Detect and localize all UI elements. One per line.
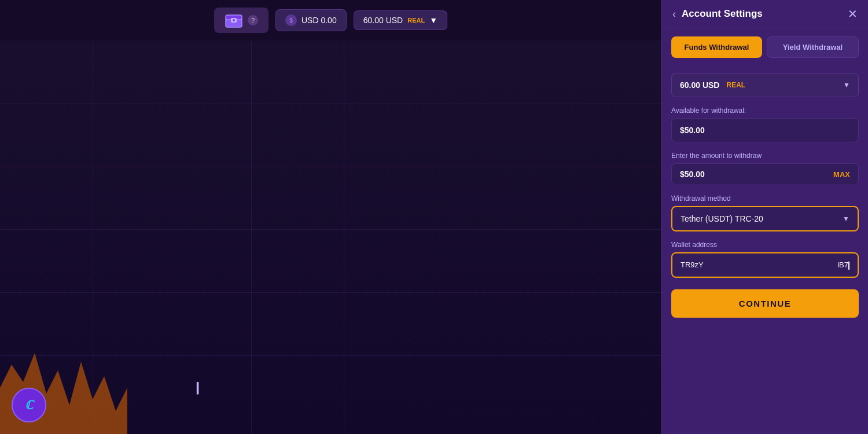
wallet-address-input[interactable]: TR9zY iB7 <box>671 252 859 278</box>
panel-header-left: ‹ Account Settings <box>672 8 763 20</box>
account-selector[interactable]: 60.00 USD REAL ▼ <box>354 10 447 30</box>
max-button[interactable]: MAX <box>833 170 850 179</box>
panel-title: Account Settings <box>682 8 763 20</box>
account-dropdown-arrow: ▼ <box>843 81 850 89</box>
panel-body: 60.00 USD REAL ▼ Available for withdrawa… <box>662 66 868 434</box>
back-button[interactable]: ‹ <box>672 9 676 19</box>
available-label: Available for withdrawal: <box>671 106 859 115</box>
chest-icon <box>225 12 243 28</box>
account-select-dropdown[interactable]: 60.00 USD REAL ▼ <box>671 73 859 97</box>
account-settings-panel: ‹ Account Settings ✕ Funds Withdrawal Yi… <box>661 0 868 434</box>
method-select-dropdown[interactable]: Tether (USDT) TRC-20 ▼ <box>671 206 859 231</box>
chart-area <box>0 41 661 434</box>
panel-header: ‹ Account Settings ✕ <box>662 0 868 28</box>
method-dropdown-arrow: ▼ <box>843 215 849 223</box>
grid-line <box>0 229 661 230</box>
text-cursor <box>848 262 849 270</box>
method-value: Tether (USDT) TRC-20 <box>681 214 763 223</box>
enter-amount-section: Enter the amount to withdraw $50.00 MAX <box>671 152 859 185</box>
logo-icon: ℂ <box>25 398 33 412</box>
amount-input-value: $50.00 <box>680 170 705 179</box>
amount-input-row: $50.00 MAX <box>671 163 859 185</box>
tab-yield-withdrawal[interactable]: Yield Withdrawal <box>767 36 859 58</box>
grid-line <box>0 167 661 167</box>
question-badge: ? <box>248 15 258 25</box>
wallet-address-left: TR9zY <box>681 260 704 269</box>
continue-button[interactable]: CONTINUE <box>671 289 859 318</box>
top-bar: ? $ USD 0.00 60.00 USD REAL ▼ <box>0 0 661 41</box>
wallet-label: Wallet address <box>671 241 859 249</box>
account-real-badge: REAL <box>407 17 425 24</box>
balance-value: USD 0.00 <box>301 16 337 25</box>
tab-bar: Funds Withdrawal Yield Withdrawal <box>662 28 868 66</box>
grid-line <box>251 41 252 434</box>
close-button[interactable]: ✕ <box>848 8 858 20</box>
grid-line <box>0 104 661 104</box>
wallet-address-right: iB7 <box>837 260 849 270</box>
grid-line <box>0 292 661 293</box>
available-amount: $50.00 <box>671 118 859 142</box>
account-select-real: REAL <box>726 81 745 89</box>
chest-button[interactable]: ? <box>214 8 269 33</box>
balance-display: $ USD 0.00 <box>275 9 347 31</box>
method-label: Withdrawal method <box>671 194 859 203</box>
tab-funds-withdrawal[interactable]: Funds Withdrawal <box>671 36 762 58</box>
account-amount: 60.00 USD <box>363 16 403 25</box>
method-section: Withdrawal method Tether (USDT) TRC-20 ▼ <box>671 194 859 231</box>
logo: ℂ <box>12 388 46 422</box>
game-area: ? $ USD 0.00 60.00 USD REAL ▼ ℂ <box>0 0 661 434</box>
currency-icon: $ <box>285 14 297 26</box>
account-dropdown-arrow: ▼ <box>429 16 437 25</box>
account-select-left: 60.00 USD REAL <box>680 80 745 90</box>
svg-point-3 <box>233 19 235 21</box>
grid-line <box>344 41 344 434</box>
available-section: Available for withdrawal: $50.00 <box>671 106 859 142</box>
enter-amount-label: Enter the amount to withdraw <box>671 152 859 160</box>
account-select-label: 60.00 USD <box>680 80 719 90</box>
wallet-section: Wallet address TR9zY iB7 <box>671 241 859 278</box>
